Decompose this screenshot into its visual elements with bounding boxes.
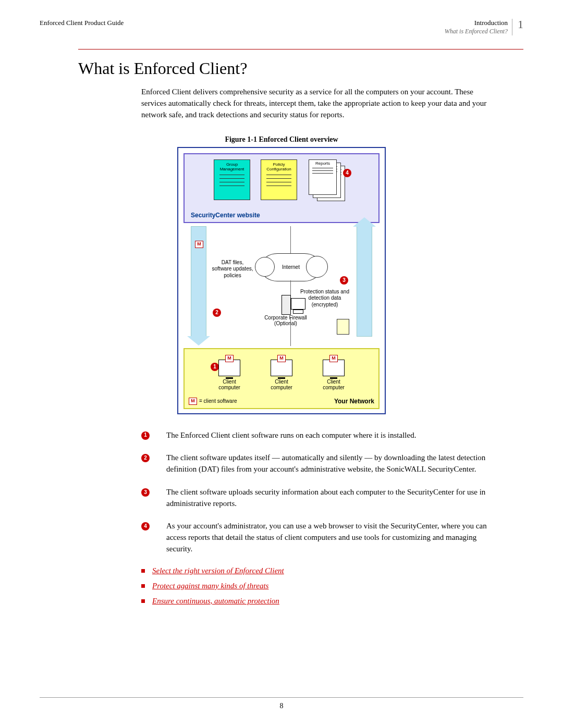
bullet-icon: [141, 569, 145, 573]
callout-1-icon: 1: [211, 363, 219, 371]
list-item: 3 The client software uploads security i…: [141, 487, 487, 510]
callout-3-icon: 3: [340, 276, 348, 285]
footer-rule: [40, 697, 523, 698]
list-text: As your account's administrator, you can…: [166, 521, 487, 554]
page-title: What is Enforced Client?: [78, 59, 523, 78]
link-select-version[interactable]: Select the right version of Enforced Cli…: [152, 566, 284, 575]
legend-text: = client software: [199, 398, 237, 404]
link-list: Select the right version of Enforced Cli…: [141, 566, 523, 606]
upload-arrow-icon: [357, 226, 372, 337]
dat-label: DAT files, software updates, policies: [212, 260, 253, 279]
your-network-label: Your Network: [334, 398, 374, 405]
intro-paragraph: Enforced Client delivers comprehensive s…: [141, 87, 492, 120]
firewall-label: Corporate Firewall (Optional): [260, 315, 312, 326]
group-management-card: Group Management: [214, 159, 250, 200]
callout-1-icon: 1: [141, 431, 150, 440]
page-header: Enforced Client Product Guide Introducti…: [40, 19, 523, 35]
callout-4-icon: 4: [343, 169, 351, 177]
list-text: The client software updates itself — aut…: [166, 452, 487, 475]
client-label: Client computer: [263, 379, 300, 390]
callout-4-icon: 4: [141, 522, 150, 530]
figure-caption: Figure 1-1 Enforced Client overview: [40, 135, 523, 144]
link-continuous-protection[interactable]: Ensure continuous, automatic protection: [152, 597, 279, 606]
list-text: The client software uploads security inf…: [166, 487, 487, 510]
protection-label: Protection status and detection data (en…: [296, 289, 353, 309]
callout-3-icon: 3: [141, 488, 150, 497]
client-label: Client computer: [211, 379, 248, 390]
section-name: Introduction: [474, 19, 508, 28]
card-label: Group Management: [216, 162, 248, 171]
client-computer-icon: M: [218, 360, 240, 376]
overview-diagram: Group Management Policiy Configuration R…: [177, 147, 386, 414]
encrypted-data-icon: [337, 319, 349, 335]
policy-config-card: Policiy Configuration: [261, 159, 297, 200]
rule-line: [78, 49, 523, 50]
list-item: 1 The Enforced Client client software ru…: [141, 430, 487, 441]
chapter-number: 1: [518, 19, 523, 30]
internet-label: Internet: [282, 264, 300, 270]
card-label: Reports: [315, 161, 330, 166]
numbered-list: 1 The Enforced Client client software ru…: [141, 430, 487, 555]
your-network-panel: 1 M Client computer M Client computer M …: [183, 348, 380, 409]
securitycenter-panel: Group Management Policiy Configuration R…: [183, 153, 380, 223]
client-computer-icon: M: [271, 360, 292, 376]
link-protect-threats[interactable]: Protect against many kinds of threats: [152, 582, 268, 590]
list-item: 2 The client software updates itself — a…: [141, 452, 487, 475]
card-label: Policiy Configuration: [263, 162, 295, 171]
internet-cloud-icon: Internet: [262, 253, 320, 281]
securitycenter-title: SecurityCenter website: [191, 212, 374, 219]
bullet-icon: [141, 599, 145, 603]
m-badge-icon: M: [189, 398, 197, 405]
list-item: 4 As your account's administrator, you c…: [141, 521, 487, 554]
section-subtitle: What is Enforced Client?: [445, 28, 508, 36]
client-computer-icon: M: [323, 360, 345, 376]
callout-2-icon: 2: [141, 454, 150, 462]
client-label: Client computer: [315, 379, 352, 390]
list-text: The Enforced Client client software runs…: [166, 430, 416, 441]
callout-2-icon: 2: [213, 309, 221, 317]
m-badge-icon: M: [195, 241, 203, 248]
reports-card: Reports 4: [308, 159, 349, 203]
doc-title: Enforced Client Product Guide: [40, 19, 124, 27]
footer-page-number: 8: [0, 702, 563, 710]
diagram-middle: M DAT files, software updates, policies …: [183, 226, 380, 346]
bullet-icon: [141, 584, 145, 588]
